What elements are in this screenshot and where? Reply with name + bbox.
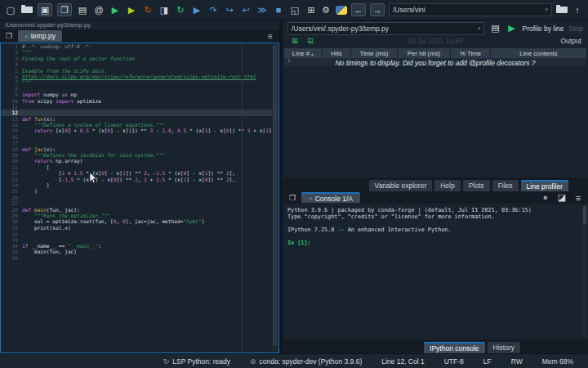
code-line-23[interactable]: 23 [-1.5 * (x[1] - x[0]) ** 2, 1 + 1.5 *… <box>1 177 278 182</box>
tab-temp-py[interactable]: × temp.py <box>18 30 62 42</box>
status-lf[interactable]: LF <box>483 357 492 366</box>
code-line-36[interactable]: 36 <box>1 255 278 261</box>
step-over-icon[interactable]: ↷ <box>207 3 219 16</box>
status-utf-8[interactable]: UTF-8 <box>444 357 464 366</box>
code-line-4[interactable]: 4 <box>1 61 278 67</box>
column-header-time-ms-[interactable]: Time (ms) <box>351 48 397 58</box>
chevron-down-icon[interactable]: ▾ <box>538 7 548 13</box>
code-line-3[interactable]: 3Finding the root of a vector function <box>1 56 278 61</box>
browse-tabs-icon[interactable]: ❐ <box>3 29 15 43</box>
code-line-16[interactable]: 16 <box>1 134 278 140</box>
code-line-15[interactable]: 15 return [x[0] + 0.5 * (x[0] - x[1]) **… <box>1 128 278 133</box>
preferences-icon[interactable]: ⚙ <box>320 3 332 16</box>
parent-directory-icon[interactable]: ↑ <box>572 3 583 16</box>
code-line-5[interactable]: 5Example from the SciPy docs: <box>1 68 278 74</box>
code-line-26[interactable]: 26 <box>1 195 278 200</box>
open-file-icon[interactable] <box>21 7 33 13</box>
code-line-9[interactable]: 9import numpy as np <box>1 92 278 97</box>
column-header-line-contents[interactable]: Line contents <box>491 48 586 58</box>
debug-stop-icon[interactable]: ■ <box>273 3 284 16</box>
run-cell-advance-icon[interactable]: ↻ <box>142 3 154 16</box>
rerun-last-cell-icon[interactable]: ↻ <box>175 3 186 16</box>
tab-console-1a[interactable]: × Console 1/A <box>301 192 360 203</box>
code-line-8[interactable]: 8 <box>1 86 278 92</box>
close-console-icon[interactable]: × <box>309 195 313 202</box>
code-line-1[interactable]: 1# -*- coding: utf-8 -*- <box>1 43 278 49</box>
code-line-25[interactable]: 25 ) <box>1 188 278 194</box>
code-line-27[interactable]: 27 <box>1 200 278 206</box>
code-line-21[interactable]: 21 [ <box>1 164 278 170</box>
find-symbols-icon[interactable]: @ <box>93 3 105 16</box>
status-conda-spyder-dev-python-3-9-6-[interactable]: ⊛conda: spyder-dev (Python 3.9.6) <box>250 357 362 366</box>
profile-by-line-button[interactable]: Profile by line <box>522 25 564 33</box>
browse-working-directory-icon[interactable] <box>556 7 568 13</box>
status-rw[interactable]: RW <box>511 357 523 366</box>
code-editor[interactable]: 1# -*- coding: utf-8 -*-2"""3Finding the… <box>0 43 279 353</box>
code-line-6[interactable]: 6https://docs.scipy.org/doc/scipy/refere… <box>1 74 278 79</box>
tab-plots[interactable]: Plots <box>463 180 490 191</box>
browse-tabs-icon[interactable]: ❐ <box>287 191 298 204</box>
editor-scrollbar[interactable] <box>272 44 278 352</box>
column-header-hits[interactable]: Hits <box>323 48 350 58</box>
code-line-24[interactable]: 24 ] <box>1 182 278 188</box>
close-tab-icon[interactable]: × <box>24 33 29 40</box>
profile-play-icon[interactable]: ▶ <box>506 22 517 35</box>
status-mem-68-[interactable]: Mem 68% <box>542 357 573 366</box>
code-line-35[interactable]: 35 main(fun, jac) <box>1 249 278 254</box>
code-line-18[interactable]: 18def jac(x): <box>1 146 278 152</box>
code-line-28[interactable]: 28def main(fun, jac): <box>1 207 278 213</box>
fullscreen-icon[interactable]: ⊞ <box>305 3 317 16</box>
code-line-20[interactable]: 20 return np.array( <box>1 158 278 164</box>
profiler-path-combo[interactable]: /Users/vini/.spyder-py3/temp.py ▾ <box>287 22 484 35</box>
editor-options-icon[interactable]: ≡ <box>265 29 276 43</box>
eraser-icon[interactable]: ◪ <box>556 191 568 204</box>
save-file-icon[interactable]: ▣ <box>38 3 52 16</box>
save-all-icon[interactable]: ❐ <box>57 3 72 16</box>
debug-continue-icon[interactable]: ≫ <box>256 3 268 16</box>
forward-icon[interactable]: → <box>370 3 385 16</box>
step-into-icon[interactable]: ↪ <box>224 3 235 16</box>
run-cell-icon[interactable]: ▶ <box>126 3 137 16</box>
script-file-icon[interactable]: ▤ <box>489 22 501 35</box>
python-path-manager-icon[interactable] <box>336 6 347 15</box>
code-line-19[interactable]: 19 """Defines the Jacobian for said syst… <box>1 152 278 158</box>
tab-variable-explorer[interactable]: Variable explorer <box>369 180 433 191</box>
code-line-10[interactable]: 10from scipy import optimize <box>1 98 278 104</box>
interrupt-kernel-icon[interactable]: ■ <box>540 191 551 204</box>
output-button[interactable]: Output <box>560 37 581 45</box>
tab-line-profiler[interactable]: Line profiler <box>521 180 568 191</box>
back-icon[interactable]: ← <box>351 3 366 16</box>
code-line-14[interactable]: 14 """Defines a system of linear equatio… <box>1 122 278 128</box>
code-line-33[interactable]: 33 <box>1 237 278 243</box>
code-line-11[interactable]: 11 <box>1 104 278 110</box>
code-line-32[interactable]: 32 <box>1 231 278 236</box>
step-return-icon[interactable]: ↩ <box>240 3 252 16</box>
debug-file-icon[interactable]: ▶ <box>191 3 203 16</box>
code-line-12[interactable]: 12 <box>1 110 278 115</box>
console-scrollbar[interactable] <box>582 205 587 338</box>
status-line-12-col-1[interactable]: Line 12, Col 1 <box>381 357 424 366</box>
console-output[interactable]: Python 3.9.6 | packaged by conda-forge |… <box>283 204 588 339</box>
maximize-pane-icon[interactable]: ◱ <box>289 3 301 16</box>
new-file-icon[interactable]: ▢ <box>5 3 16 16</box>
column-header-per-hit-ms-[interactable]: Per hit (ms) <box>398 48 450 58</box>
tab-history[interactable]: History <box>488 342 520 353</box>
run-selection-icon[interactable]: ◨ <box>158 3 170 16</box>
status-lsp-python-ready[interactable]: ↻LSP Python: ready <box>163 357 230 366</box>
stop-button[interactable]: Stop <box>569 25 584 33</box>
print-file-icon[interactable]: ▤ <box>77 3 88 16</box>
tab-files[interactable]: Files <box>492 180 519 191</box>
code-line-22[interactable]: 22 [1 + 1.5 * (x[0] - x[1]) ** 2, -1.5 *… <box>1 170 278 176</box>
code-line-31[interactable]: 31 print(sol.x) <box>1 225 278 231</box>
console-options-icon[interactable]: ≡ <box>572 191 584 204</box>
code-line-2[interactable]: 2""" <box>1 49 278 55</box>
tab-ipython-console[interactable]: IPython console <box>424 342 484 353</box>
column-header--time[interactable]: % Time <box>451 48 490 58</box>
run-file-icon[interactable]: ▶ <box>109 3 121 16</box>
working-directory-combo[interactable]: /Users/vini ▾ <box>389 3 552 16</box>
code-line-30[interactable]: 30 sol = optimize.root(fun, [0, 0], jac=… <box>1 218 278 224</box>
column-header-line-[interactable]: Line #▴ <box>284 48 322 58</box>
tab-help[interactable]: Help <box>434 180 460 191</box>
code-line-29[interactable]: 29 """Runs the optimizer.""" <box>1 213 278 218</box>
code-line-34[interactable]: 34if __name__ == "__main__": <box>1 243 278 249</box>
